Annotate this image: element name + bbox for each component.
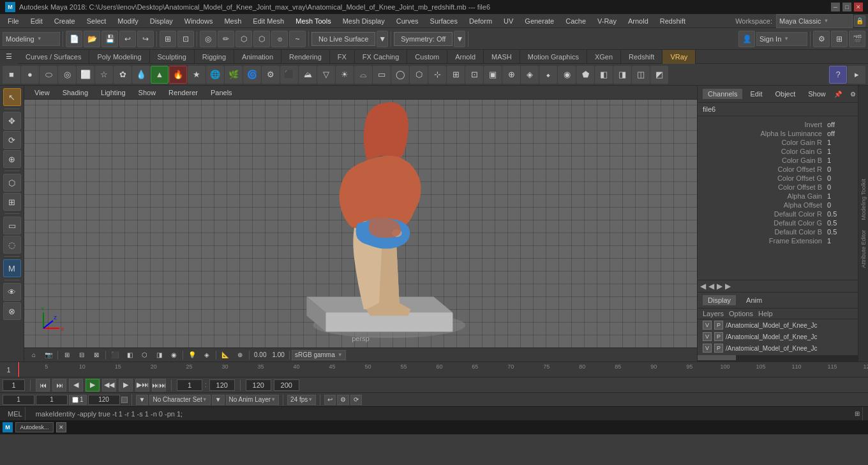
- ico-sunlight[interactable]: ☀: [336, 66, 354, 84]
- ico-flower[interactable]: ✿: [114, 66, 131, 84]
- no-char-set-dropdown[interactable]: No Character Set ▼: [149, 395, 210, 405]
- range-start-input[interactable]: [177, 379, 202, 391]
- menu-create[interactable]: Create: [49, 16, 80, 26]
- prop-cog-value[interactable]: 0: [827, 174, 853, 182]
- vp-shading[interactable]: Shading: [57, 88, 93, 98]
- ico-poseball[interactable]: ☆: [95, 66, 113, 84]
- ico-gear[interactable]: ⚙: [262, 66, 280, 84]
- prop-dcr-value[interactable]: 0.5: [827, 210, 853, 218]
- prop-invert-value[interactable]: off: [827, 121, 853, 128]
- next-key-btn[interactable]: ▶⏭: [135, 379, 149, 392]
- rp-settings[interactable]: ⚙: [846, 88, 858, 100]
- vp-panels[interactable]: Panels: [206, 88, 237, 98]
- prop-cgb-value[interactable]: 1: [827, 156, 853, 164]
- workspace-lock[interactable]: 🔒: [854, 15, 865, 27]
- tab-poly-modeling[interactable]: Poly Modeling: [89, 50, 149, 64]
- next-frame-btn[interactable]: ▶: [119, 379, 133, 392]
- tab-rendering[interactable]: Rendering: [281, 50, 330, 64]
- ico-r5[interactable]: ◉: [558, 66, 576, 84]
- vp-view[interactable]: View: [29, 88, 55, 98]
- bb-refresh[interactable]: ⟳: [350, 395, 362, 405]
- ico-polyplane[interactable]: ⬜: [77, 66, 94, 84]
- settings-btn[interactable]: ⚙: [813, 31, 830, 47]
- vpt-grid3[interactable]: ⊠: [89, 349, 103, 361]
- ico-mesh[interactable]: ⊹: [428, 66, 446, 84]
- vpt-grid1[interactable]: ⊞: [60, 349, 74, 361]
- bb-range-handle[interactable]: [121, 397, 128, 403]
- vpt-light[interactable]: 💡: [185, 349, 199, 361]
- menu-file[interactable]: File: [3, 16, 24, 26]
- layer2-p[interactable]: P: [714, 332, 723, 341]
- prev-key-btn[interactable]: ⏭: [52, 379, 66, 392]
- ico-r9[interactable]: ◫: [632, 66, 650, 84]
- prop-ao-value[interactable]: 0: [827, 201, 853, 209]
- tab-vray[interactable]: VRay: [662, 50, 696, 64]
- render-btn[interactable]: 🎬: [849, 31, 865, 47]
- camera-tool[interactable]: M: [3, 259, 21, 277]
- scale-tool[interactable]: ⊕: [3, 150, 21, 168]
- bb-frame3[interactable]: [88, 395, 120, 405]
- menu-generate[interactable]: Generate: [520, 16, 559, 26]
- ico-globe[interactable]: 🌐: [206, 66, 224, 84]
- scroll-up2-btn[interactable]: ◀: [708, 282, 714, 291]
- menu-modify[interactable]: Modify: [112, 16, 143, 26]
- symmetry-btn[interactable]: Symmetry: Off: [394, 32, 453, 46]
- show-hide[interactable]: 👁: [3, 283, 21, 301]
- paint-btn[interactable]: ✏: [218, 31, 234, 47]
- prev-frame-btn[interactable]: ◀: [69, 379, 83, 392]
- no-anim-layer-dropdown[interactable]: No Anim Layer ▼: [226, 395, 280, 405]
- fps-dropdown[interactable]: 24 fps ▼: [287, 395, 316, 405]
- jump-start-btn[interactable]: ⏮: [36, 379, 50, 392]
- ico-grass[interactable]: 🌿: [225, 66, 243, 84]
- grid-btn[interactable]: ⊞: [831, 31, 848, 47]
- vpt-grid2[interactable]: ⊟: [75, 349, 89, 361]
- menu-edit-mesh[interactable]: Edit Mesh: [248, 16, 289, 26]
- tabs-menu-btn[interactable]: ☰: [0, 50, 18, 64]
- ico-circle[interactable]: ◯: [391, 66, 409, 84]
- rp-pin[interactable]: 📌: [831, 88, 845, 100]
- ico-sphere2[interactable]: ⬛: [280, 66, 298, 84]
- ico-r8[interactable]: ◨: [613, 66, 631, 84]
- scroll-down2-btn[interactable]: ▶: [725, 282, 731, 291]
- anim-start-input[interactable]: [246, 379, 271, 391]
- tab-arnold[interactable]: Arnold: [447, 50, 484, 64]
- tool4[interactable]: ⬡: [253, 31, 270, 47]
- menu-cache[interactable]: Cache: [560, 16, 591, 26]
- ico-r1[interactable]: ▣: [484, 66, 502, 84]
- maximize-button[interactable]: □: [842, 3, 851, 11]
- prop-fe-value[interactable]: 1: [827, 237, 853, 245]
- viewport-3d[interactable]: persp X Y Z: [24, 100, 697, 347]
- tab-redshift[interactable]: Redshift: [621, 50, 662, 64]
- play-back-btn[interactable]: ◀◀: [102, 379, 116, 392]
- ico-expand[interactable]: ▸: [848, 66, 865, 84]
- ico-fire[interactable]: 🔥: [169, 66, 187, 84]
- move-tool[interactable]: ✥: [3, 112, 21, 130]
- tab-custom[interactable]: Custom: [407, 50, 447, 64]
- tool6[interactable]: ~: [289, 31, 306, 47]
- tab-xgen[interactable]: XGen: [587, 50, 621, 64]
- ico-polytorus[interactable]: ◎: [58, 66, 76, 84]
- menu-edit[interactable]: Edit: [26, 16, 48, 26]
- prop-alpha-lum-value[interactable]: off: [827, 130, 853, 137]
- ico-help[interactable]: ?: [829, 66, 847, 84]
- ico-r6[interactable]: ⬟: [576, 66, 594, 84]
- vpt-shade2[interactable]: ◧: [123, 349, 137, 361]
- ico-drop[interactable]: 💧: [132, 66, 150, 84]
- prop-cob-value[interactable]: 0: [827, 183, 853, 191]
- vp-lighting[interactable]: Lighting: [96, 88, 131, 98]
- range-end-input[interactable]: [209, 379, 235, 391]
- menu-windows[interactable]: Windows: [179, 16, 218, 26]
- signin-dropdown[interactable]: Sign In▼: [756, 32, 807, 46]
- ico-spiral[interactable]: 🌀: [243, 66, 261, 84]
- bb-check[interactable]: 1: [69, 395, 87, 405]
- taskbar-close-btn[interactable]: ✕: [56, 422, 66, 432]
- rotate-tool[interactable]: ⟳: [3, 131, 21, 149]
- menu-deform[interactable]: Deform: [464, 16, 497, 26]
- command-line[interactable]: makeIdentity -apply true -t 1 -r 1 -s 1 …: [31, 410, 847, 418]
- ico-render-region[interactable]: ⊞: [447, 66, 465, 84]
- taskbar-window-1[interactable]: Autodesk...: [15, 422, 54, 432]
- open-scene-btn[interactable]: 📂: [84, 31, 100, 47]
- anim-end-input[interactable]: [274, 379, 299, 391]
- timeline-cursor[interactable]: [18, 362, 19, 377]
- new-scene-btn[interactable]: 📄: [66, 31, 82, 47]
